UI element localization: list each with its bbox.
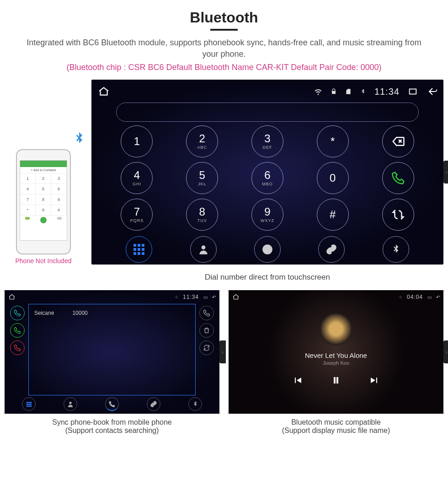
contact-name: Seicane bbox=[34, 310, 54, 316]
svg-point-1 bbox=[201, 246, 205, 250]
number-input[interactable] bbox=[116, 103, 419, 122]
home-icon[interactable] bbox=[232, 293, 240, 301]
dialer-caption: Dial number direct from touchscreen bbox=[91, 268, 443, 290]
key-3[interactable]: 3DEF bbox=[251, 125, 283, 157]
phone-key: 1 bbox=[20, 173, 36, 184]
sd-card-icon bbox=[345, 88, 352, 95]
phone-key: 6 bbox=[51, 184, 67, 194]
phone-key: 3 bbox=[51, 173, 67, 184]
recent-apps-icon[interactable] bbox=[408, 86, 418, 97]
key-5[interactable]: 5JKL bbox=[186, 162, 218, 194]
status-time: 11:34 bbox=[183, 294, 199, 300]
key-*[interactable]: * bbox=[317, 125, 349, 157]
recent-apps-icon[interactable]: ▭ bbox=[203, 295, 208, 300]
phone-key: 5 bbox=[36, 184, 51, 194]
title-underline bbox=[210, 29, 238, 31]
head-unit-dialer: 11:34 12ABC3DEF*4GHI5JKL6MBO07PQRS8TUV9W… bbox=[91, 80, 443, 265]
nav-link-icon[interactable] bbox=[147, 397, 160, 411]
phone-key: 2 bbox=[36, 173, 51, 184]
sms-icon bbox=[57, 217, 62, 220]
home-icon[interactable] bbox=[98, 86, 110, 97]
svg-point-3 bbox=[69, 402, 72, 404]
key-0[interactable]: 0 bbox=[317, 162, 349, 194]
nav-grid-icon[interactable] bbox=[22, 397, 36, 411]
back-icon[interactable] bbox=[426, 86, 437, 97]
bluetooth-icon bbox=[360, 88, 366, 95]
phonebook-caption: Sync phone-book from mobile phone(Suppor… bbox=[5, 414, 219, 443]
contact-number: 10000 bbox=[72, 310, 87, 316]
next-track-button[interactable] bbox=[369, 375, 380, 388]
head-unit-music: ⁘ 04:04 ▭ ↶ Never Let You Alone Joseph K… bbox=[229, 290, 443, 414]
key-#[interactable]: # bbox=[317, 199, 349, 231]
wifi-icon: ⁘ bbox=[399, 295, 402, 300]
album-art bbox=[320, 313, 352, 345]
bluetooth-signal-icon bbox=[71, 131, 87, 150]
song-title: Never Let You Alone bbox=[305, 351, 367, 359]
nav-call-icon[interactable] bbox=[105, 397, 119, 411]
call-icon bbox=[40, 217, 47, 223]
description-text: Integrated with BC6 Bluetooth module, su… bbox=[23, 37, 425, 60]
swap-button[interactable] bbox=[382, 199, 414, 231]
drawer-handle[interactable]: ‹ bbox=[443, 161, 448, 184]
status-time: 04:04 bbox=[407, 294, 423, 300]
key-9[interactable]: 9WXYZ bbox=[251, 199, 283, 231]
del-button[interactable] bbox=[382, 125, 414, 157]
recent-apps-icon[interactable]: ▭ bbox=[427, 295, 432, 300]
specs-text: (Bluetooth chip : CSR BC6 Default Blueto… bbox=[5, 63, 443, 72]
delete-icon[interactable] bbox=[199, 323, 214, 338]
nav-person-icon[interactable] bbox=[64, 397, 77, 411]
back-icon[interactable]: ↶ bbox=[212, 295, 216, 300]
sync-icon[interactable] bbox=[199, 340, 214, 355]
prev-track-button[interactable] bbox=[292, 375, 303, 388]
wifi-icon: ⁘ bbox=[175, 295, 178, 300]
add-contacts-label: + Add to Contacts bbox=[20, 167, 67, 173]
phone-not-included-label: Phone Not Included bbox=[5, 257, 82, 265]
drawer-handle[interactable]: ‹ bbox=[443, 340, 448, 363]
call-button[interactable] bbox=[382, 162, 414, 194]
call-out-icon[interactable] bbox=[10, 306, 25, 320]
nav-bluetooth-icon[interactable] bbox=[188, 397, 202, 411]
phonebook-list[interactable]: Seicane 10000 bbox=[28, 304, 196, 395]
drawer-handle[interactable]: ‹ bbox=[219, 340, 226, 363]
key-8[interactable]: 8TUV bbox=[186, 199, 218, 231]
contact-row[interactable]: Seicane 10000 bbox=[33, 308, 191, 318]
nav-grid-icon[interactable] bbox=[126, 236, 152, 263]
phone-key: 9 bbox=[51, 194, 67, 205]
wifi-icon bbox=[314, 87, 322, 96]
phone-mockup: + Add to Contacts 123456789*0# bbox=[16, 149, 71, 254]
phone-key: # bbox=[51, 205, 67, 216]
head-unit-phonebook: ⁘ 11:34 ▭ ↶ Seicane 10 bbox=[5, 290, 219, 414]
status-time: 11:34 bbox=[374, 86, 400, 97]
svg-rect-0 bbox=[410, 89, 416, 94]
key-4[interactable]: 4GHI bbox=[121, 162, 153, 194]
artist-name: Joseph Koo bbox=[323, 360, 349, 366]
key-1[interactable]: 1 bbox=[121, 125, 153, 157]
dial-icon[interactable] bbox=[199, 306, 214, 320]
call-in-icon[interactable] bbox=[10, 323, 25, 338]
phone-key: 8 bbox=[36, 194, 51, 205]
lock-icon bbox=[331, 88, 337, 95]
phone-key: * bbox=[20, 205, 36, 216]
key-2[interactable]: 2ABC bbox=[186, 125, 218, 157]
nav-call-icon[interactable] bbox=[254, 236, 281, 263]
video-icon bbox=[25, 217, 30, 220]
phone-key: 7 bbox=[20, 194, 36, 205]
home-icon[interactable] bbox=[8, 293, 16, 301]
key-6[interactable]: 6MBO bbox=[251, 162, 283, 194]
phone-key: 0 bbox=[36, 205, 51, 216]
pause-button[interactable] bbox=[331, 375, 341, 388]
nav-person-icon[interactable] bbox=[190, 236, 217, 263]
phone-key: 4 bbox=[20, 184, 36, 194]
music-caption: Bluetooth music compatible(Support displ… bbox=[229, 414, 443, 443]
call-missed-icon[interactable] bbox=[10, 340, 25, 355]
page-title: Bluetooth bbox=[5, 9, 443, 26]
nav-bt-icon[interactable] bbox=[383, 236, 409, 263]
key-7[interactable]: 7PQRS bbox=[121, 199, 153, 231]
back-icon[interactable]: ↶ bbox=[436, 295, 440, 300]
nav-link-icon[interactable] bbox=[318, 236, 345, 263]
